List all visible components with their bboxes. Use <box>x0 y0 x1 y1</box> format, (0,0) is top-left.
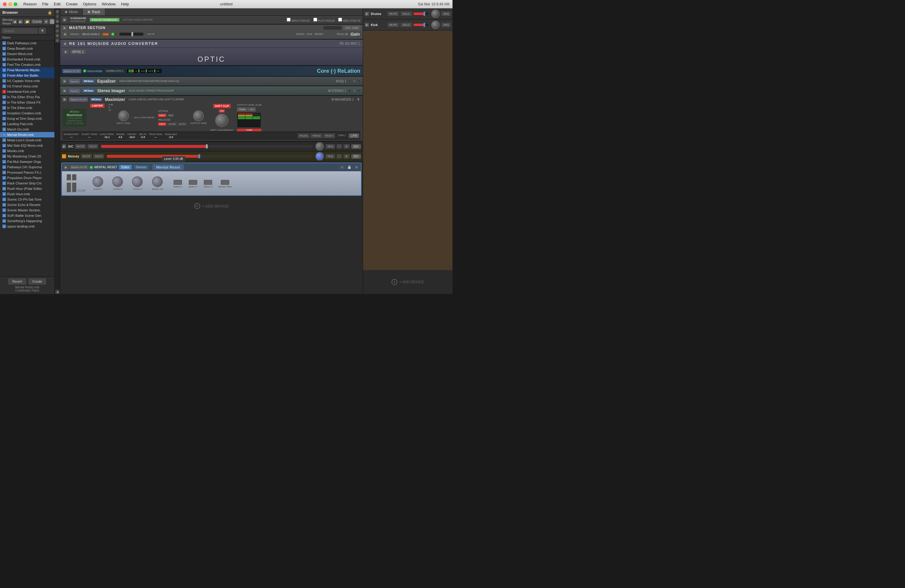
mclass-eq-bypass[interactable]: Bypass <box>69 79 80 83</box>
melody-fader-track[interactable] <box>107 155 313 158</box>
switch1-btn[interactable] <box>173 180 182 185</box>
mclass-eq-icon[interactable]: ≡ <box>353 79 356 83</box>
menu-reason[interactable]: Reason <box>23 2 37 6</box>
list-item[interactable]: cScenic Ch-Ph-Sat-Tone <box>0 197 54 202</box>
drums-solo[interactable]: SOLO <box>401 12 412 16</box>
tab-rack[interactable]: Rack <box>83 8 105 15</box>
menu-edit[interactable]: Edit <box>54 2 60 6</box>
drums-fader-knob[interactable] <box>424 12 425 16</box>
kick-solo[interactable]: SOLO <box>401 23 412 27</box>
drums-expand[interactable]: ▶ <box>365 12 369 16</box>
maximizer-expand-arrow[interactable]: ▼ <box>356 97 360 102</box>
input-focus-check[interactable]: INPUT FOCUS <box>287 17 310 22</box>
fullscreen-button[interactable] <box>14 2 17 6</box>
left-icon-1[interactable]: ☰ <box>56 10 60 14</box>
vslider2-thumb[interactable] <box>72 180 76 183</box>
kick-fader[interactable] <box>414 24 428 26</box>
add-device-area[interactable]: + + ADD DEVICE <box>60 197 363 215</box>
sc-solo[interactable]: SOLO <box>88 144 98 148</box>
kick-fader-knob[interactable] <box>424 23 425 27</box>
attack-fast-btn[interactable]: FAST <box>158 114 167 117</box>
list-item-final-moments[interactable]: cFinal Moments Maybe. <box>0 67 54 73</box>
maximizer-bypass[interactable]: Bypass On Off <box>69 98 88 102</box>
release-fast-btn[interactable]: FAST <box>158 122 167 126</box>
melody-mix-icon2[interactable]: ⊕ <box>344 154 349 158</box>
sc-pan-knob[interactable] <box>316 142 324 151</box>
list-item-fresh-after[interactable]: cFresh After the Battle. <box>0 73 54 78</box>
list-item[interactable]: cHeartbeat Kick.cmb <box>0 89 54 94</box>
menu-help[interactable]: Help <box>121 2 129 6</box>
soft-clip-enable-btn[interactable]: ON <box>219 109 225 113</box>
drums-mute[interactable]: MUTE <box>387 12 399 16</box>
list-item[interactable]: cMy Mastering Chain 20 <box>0 154 54 159</box>
tab-mixer[interactable]: Mixer <box>60 8 83 15</box>
drums-pan[interactable] <box>431 10 440 18</box>
master-fader[interactable] <box>119 33 143 36</box>
list-item[interactable]: cMarch On.cmb <box>0 127 54 132</box>
list-item[interactable]: cRush Hour (Polar Editio <box>0 186 54 191</box>
info-btn[interactable]: i <box>50 19 54 24</box>
list-item[interactable]: cRack Channel Strip Cm <box>0 181 54 186</box>
midi-sync-check[interactable]: MIDI SYNC IN <box>338 17 360 22</box>
add-device-icon[interactable]: + <box>194 203 200 209</box>
switch3-btn[interactable] <box>204 180 212 185</box>
menu-window[interactable]: Window <box>102 2 116 6</box>
drums-seq[interactable]: SEQ <box>441 12 451 16</box>
list-item[interactable]: cSomething's Happening <box>0 218 54 224</box>
combinator-bypass-btn[interactable]: Bypass On Off <box>70 165 88 169</box>
nav-back[interactable]: ◀ <box>12 19 17 24</box>
left-icon-6[interactable]: ⊕ <box>56 33 60 38</box>
input-gain-knob[interactable] <box>118 110 129 121</box>
list-item[interactable]: cEnchanted Forest.cmb <box>0 57 54 62</box>
sc-seq[interactable]: SEQ <box>325 144 335 148</box>
master-expand-btn[interactable]: ▶ <box>62 26 67 30</box>
vslider1-thumb[interactable] <box>67 180 71 183</box>
list-item[interactable]: cMid Side EQ/ Mono.cmb <box>0 143 54 148</box>
sc-mix-icon1[interactable]: ~ <box>337 144 342 148</box>
sc-fader-thumb[interactable] <box>206 144 208 148</box>
menu-options[interactable]: Options <box>83 2 96 6</box>
attack-mid-btn[interactable]: MID <box>167 114 174 117</box>
hw-expand-btn[interactable]: ▶ <box>62 17 67 22</box>
peak-btn[interactable]: PEAK <box>237 108 248 111</box>
sc-expand[interactable]: ▶ <box>62 144 66 148</box>
search-input[interactable] <box>2 28 38 33</box>
list-item[interactable]: cDesert Wind.cmb <box>0 51 54 57</box>
left-icon-bottom[interactable]: ◀ <box>56 290 60 294</box>
list-item[interactable]: cLanding Pad.cmb <box>0 121 54 127</box>
kick-mute[interactable]: MUTE <box>387 23 399 27</box>
sc-mix-icon2[interactable]: ⊕ <box>344 144 349 148</box>
add-device-right[interactable]: + + ADD DEVICE <box>363 270 452 294</box>
list-item[interactable]: cInception Creation.cmb <box>0 110 54 116</box>
melody-mute[interactable]: MUTE <box>81 154 92 158</box>
list-item[interactable]: cFeel The Creation.cmb <box>0 62 54 67</box>
sc-mute[interactable]: MUTE <box>75 144 86 148</box>
list-item[interactable]: cIn The Ether (Stock FX <box>0 100 54 105</box>
left-icon-5[interactable]: ▷ <box>56 29 60 33</box>
drums-fader[interactable] <box>414 13 428 15</box>
kick-seq[interactable]: SEQ <box>441 23 451 27</box>
master-fader-thumb[interactable] <box>132 32 133 36</box>
list-item[interactable]: cProcessed Pianos FX.c <box>0 170 54 175</box>
close-button[interactable] <box>3 2 6 6</box>
release-auto-btn[interactable]: AUTO <box>178 122 187 126</box>
search-options[interactable]: ▼ <box>39 28 46 33</box>
list-item-scenic-echo[interactable]: cScenic Echo & Reverb. <box>0 202 54 208</box>
melody-mix-btn[interactable]: MIX <box>351 154 361 159</box>
nav-up[interactable]: 📁 <box>24 19 30 24</box>
melody-expand[interactable]: ▶ <box>62 154 66 158</box>
sc-mix-btn[interactable]: MIX <box>351 144 361 149</box>
re181-expand[interactable]: ▶ <box>63 41 67 46</box>
combinator-menu3[interactable]: ⊞ <box>354 165 359 170</box>
list-item[interactable]: cRush Hour.cmb <box>0 191 54 197</box>
sc-fader-track[interactable] <box>101 145 313 148</box>
filter-down[interactable]: ▼ <box>44 19 49 24</box>
melody-mix-icon1[interactable]: ~ <box>337 154 342 158</box>
menu-file[interactable]: File <box>42 2 49 6</box>
devices-tab[interactable]: Devices <box>133 165 149 170</box>
combinator-vslider2[interactable] <box>72 174 76 192</box>
list-item[interactable]: cPathways (Vh Superma <box>0 164 54 170</box>
list-item-space-landing[interactable]: cspace landing.cmb <box>0 224 54 229</box>
kick-pan[interactable] <box>431 21 440 29</box>
master-mute-switch[interactable] <box>221 180 229 185</box>
